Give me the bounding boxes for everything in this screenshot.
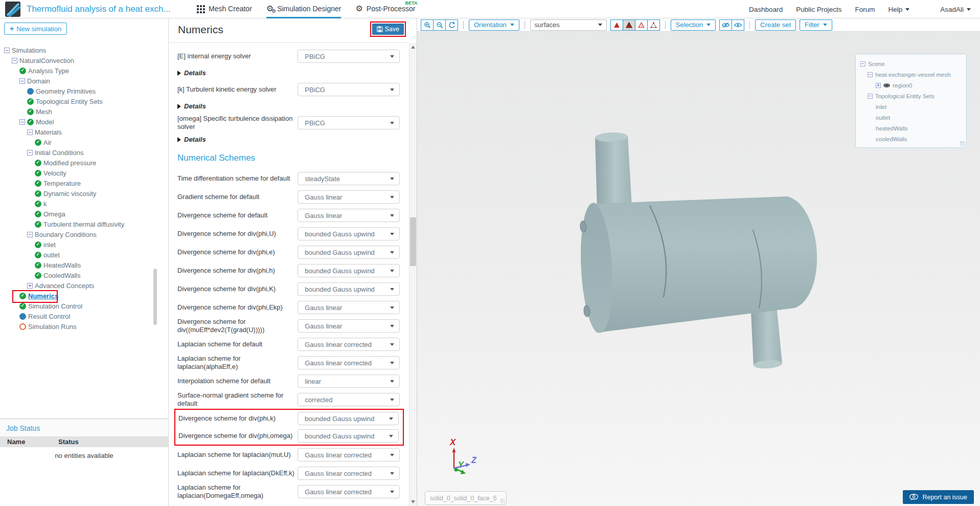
tree-item[interactable]: Analysis Type: [0, 65, 168, 76]
tree-item[interactable]: Simulations: [0, 45, 168, 55]
filter-dropdown[interactable]: Filter: [800, 19, 832, 31]
scheme-select[interactable]: Gauss linear: [298, 319, 400, 333]
solver-select[interactable]: PBiCG: [298, 83, 400, 96]
tree-item[interactable]: Velocity: [0, 168, 168, 178]
solver-select[interactable]: PBiCG: [298, 50, 400, 63]
report-issue-button[interactable]: Report an issue: [903, 490, 974, 504]
expand-toggle-icon[interactable]: [868, 72, 873, 77]
scroll-down-icon[interactable]: [411, 500, 415, 503]
tree-item[interactable]: Materials: [0, 127, 168, 137]
tree-item[interactable]: Topological Entity Sets: [0, 96, 168, 106]
scene-tree-item[interactable]: heatedWalls: [856, 123, 966, 134]
expand-toggle-icon[interactable]: [27, 232, 33, 237]
expand-toggle-icon[interactable]: [12, 58, 17, 63]
tree-item[interactable]: Simulation Control: [0, 301, 168, 311]
scheme-select[interactable]: bounded Gauss upwind: [298, 264, 400, 277]
tree-item[interactable]: NaturalConvection: [0, 55, 168, 65]
selected-face-field[interactable]: solid_0_solid_0_face_5: [425, 491, 507, 505]
tree-item[interactable]: CooledWalls: [0, 270, 168, 280]
tree-item[interactable]: outlet: [0, 250, 168, 260]
tree-item[interactable]: Model: [0, 117, 168, 127]
details-toggle[interactable]: Details: [177, 67, 400, 79]
expand-toggle-icon[interactable]: [27, 129, 33, 135]
user-menu[interactable]: AsadAli: [940, 6, 971, 13]
scheme-select[interactable]: Gauss linear corrected: [298, 448, 400, 461]
tree-item[interactable]: Numerics: [0, 291, 168, 301]
tree-item[interactable]: k: [0, 199, 168, 209]
scheme-select[interactable]: Gauss linear: [298, 301, 400, 314]
tree-item[interactable]: Geometry Primitives: [0, 86, 168, 96]
render-mode-points-button[interactable]: [647, 19, 660, 31]
zoom-out-button[interactable]: [433, 19, 446, 31]
expand-toggle-icon[interactable]: [868, 94, 873, 99]
scene-tree-item[interactable]: outlet: [856, 112, 966, 123]
scene-tree-item[interactable]: region0: [856, 80, 966, 91]
panel-scrollbar[interactable]: [409, 43, 417, 506]
tree-item[interactable]: Boundary Conditions: [0, 229, 168, 239]
scheme-select[interactable]: linear: [298, 375, 400, 388]
render-mode-surface-edges-button[interactable]: [623, 19, 635, 31]
scene-tree-item[interactable]: heat-exchanger-vessel mesh: [856, 69, 966, 80]
tab-mesh-creator[interactable]: Mesh Creator: [197, 0, 252, 18]
surfaces-select[interactable]: surfaces: [530, 19, 607, 31]
tree-item[interactable]: Domain: [0, 76, 168, 86]
selection-dropdown[interactable]: Selection: [671, 19, 716, 31]
visibility-eye-icon[interactable]: [883, 83, 890, 87]
scene-tree-overlay[interactable]: Scene heat-exchanger-vessel mesh region0…: [855, 54, 967, 148]
expand-toggle-icon[interactable]: [19, 119, 25, 125]
nav-dashboard[interactable]: Dashboard: [749, 6, 783, 13]
app-logo-icon[interactable]: [5, 2, 20, 17]
expand-toggle-icon[interactable]: [19, 78, 25, 84]
scheme-select[interactable]: corrected: [298, 393, 400, 406]
scrollbar-thumb[interactable]: [410, 217, 416, 266]
tree-item[interactable]: Advanced Concepts: [0, 280, 168, 291]
tree-item[interactable]: Temperature: [0, 178, 168, 188]
tree-item[interactable]: HeatedWalls: [0, 260, 168, 270]
tree-item[interactable]: Turbulent thermal diffusivity: [0, 219, 168, 229]
expand-toggle-icon[interactable]: [27, 283, 33, 289]
scene-tree-item[interactable]: Topological Entity Sets: [856, 91, 966, 101]
expand-toggle-icon[interactable]: [860, 61, 865, 67]
tree-item[interactable]: Modified pressure: [0, 158, 168, 168]
tree-scrollbar-thumb[interactable]: [153, 269, 157, 325]
scheme-select[interactable]: Gauss linear corrected: [298, 356, 400, 369]
expand-toggle-icon[interactable]: [876, 83, 881, 88]
solver-select[interactable]: PBiCG: [298, 116, 400, 129]
details-toggle[interactable]: Details: [177, 100, 400, 113]
scene-tree-item[interactable]: Scene: [856, 58, 966, 69]
scheme-select[interactable]: bounded Gauss upwind: [298, 429, 399, 443]
tree-item[interactable]: Air: [0, 137, 168, 147]
details-toggle[interactable]: Details: [177, 133, 400, 146]
tree-item[interactable]: Initial Conditions: [0, 147, 168, 158]
nav-help[interactable]: Help: [888, 6, 909, 13]
scheme-select[interactable]: bounded Gauss upwind: [298, 282, 400, 296]
tree-item[interactable]: Mesh: [0, 106, 168, 117]
show-eye-button[interactable]: [732, 19, 744, 31]
create-set-button[interactable]: Create set: [755, 19, 796, 31]
hide-eye-slash-button[interactable]: [719, 19, 732, 31]
orientation-dropdown[interactable]: Orientation: [469, 19, 519, 31]
new-simulation-button[interactable]: + New simulation: [4, 23, 67, 35]
nav-public-projects[interactable]: Public Projects: [796, 6, 841, 13]
scheme-select[interactable]: Gauss linear corrected: [298, 467, 400, 480]
scheme-select[interactable]: Gauss linear corrected: [298, 485, 400, 498]
scheme-select[interactable]: steadyState: [298, 172, 400, 185]
render-mode-surface-button[interactable]: [610, 19, 623, 31]
project-title[interactable]: Thermofluid analysis of a heat exch...: [27, 0, 171, 18]
scheme-select[interactable]: Gauss linear: [298, 190, 400, 204]
tree-item[interactable]: Omega: [0, 209, 168, 219]
tree-item[interactable]: Simulation Runs: [0, 321, 168, 332]
viewport-3d[interactable]: Scene heat-exchanger-vessel mesh region0…: [417, 32, 980, 506]
scroll-up-icon[interactable]: [411, 46, 415, 49]
tab-simulation-designer[interactable]: ⚙⚙ Simulation Designer: [266, 0, 341, 18]
save-button[interactable]: Save: [372, 24, 404, 35]
zoom-in-button[interactable]: [421, 19, 434, 31]
tree-item[interactable]: Dynamic viscosity: [0, 188, 168, 199]
nav-forum[interactable]: Forum: [855, 6, 875, 13]
tree-item[interactable]: Result Control: [0, 311, 168, 321]
expand-toggle-icon[interactable]: [27, 150, 33, 156]
scene-tree-item[interactable]: inlet: [856, 101, 966, 112]
scheme-select[interactable]: bounded Gauss upwind: [298, 227, 400, 240]
scheme-select[interactable]: Gauss linear: [298, 209, 400, 222]
scheme-select[interactable]: bounded Gauss upwind: [298, 246, 400, 259]
